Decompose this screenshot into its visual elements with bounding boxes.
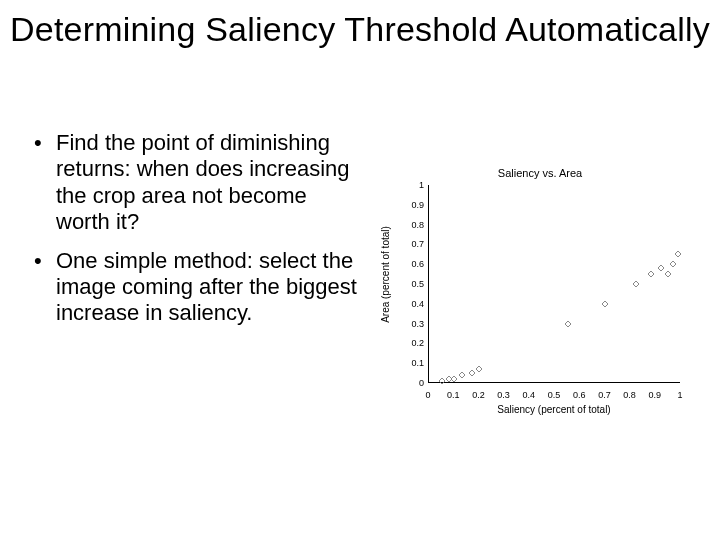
x-tick-label: 0.8 xyxy=(618,390,642,400)
data-point xyxy=(675,251,681,257)
bullet-text: One simple method: select the image comi… xyxy=(56,248,357,326)
y-tick-label: 0.7 xyxy=(398,239,424,249)
data-point xyxy=(648,271,654,277)
y-tick-label: 0.1 xyxy=(398,358,424,368)
data-point xyxy=(565,321,571,327)
x-tick-label: 0.6 xyxy=(567,390,591,400)
chart: Saliency vs. Area Area (percent of total… xyxy=(380,165,700,415)
x-tick-label: 0.9 xyxy=(643,390,667,400)
data-point xyxy=(469,370,475,376)
chart-title: Saliency vs. Area xyxy=(380,167,700,179)
y-tick-label: 0.8 xyxy=(398,220,424,230)
list-item: One simple method: select the image comi… xyxy=(34,248,364,327)
y-tick-label: 0.9 xyxy=(398,200,424,210)
data-point xyxy=(476,366,482,372)
x-tick-label: 0.7 xyxy=(592,390,616,400)
x-tick-label: 0.5 xyxy=(542,390,566,400)
x-tick-label: 0.2 xyxy=(466,390,490,400)
list-item: Find the point of diminishing returns: w… xyxy=(34,130,364,236)
data-point xyxy=(658,265,664,271)
y-tick-label: 0.2 xyxy=(398,338,424,348)
y-tick-label: 0.6 xyxy=(398,259,424,269)
x-tick-label: 1 xyxy=(668,390,692,400)
x-tick-label: 0 xyxy=(416,390,440,400)
x-axis-label: Saliency (percent of total) xyxy=(428,404,680,415)
plot-area xyxy=(428,185,680,383)
x-tick-label: 0.4 xyxy=(517,390,541,400)
y-tick-label: 1 xyxy=(398,180,424,190)
data-point xyxy=(665,271,671,277)
x-tick-label: 0.1 xyxy=(441,390,465,400)
y-tick-label: 0.4 xyxy=(398,299,424,309)
data-point xyxy=(459,372,465,378)
slide-body: Find the point of diminishing returns: w… xyxy=(34,130,364,339)
bullet-list: Find the point of diminishing returns: w… xyxy=(34,130,364,327)
y-axis-label: Area (percent of total) xyxy=(378,165,392,383)
x-tick-label: 0.3 xyxy=(492,390,516,400)
slide-title: Determining Saliency Threshold Automatic… xyxy=(0,10,720,49)
y-tick-label: 0 xyxy=(398,378,424,388)
data-point xyxy=(670,261,676,267)
bullet-text: Find the point of diminishing returns: w… xyxy=(56,130,350,234)
data-point xyxy=(633,281,639,287)
y-axis-label-text: Area (percent of total) xyxy=(380,226,391,323)
data-point xyxy=(439,378,445,384)
y-tick-label: 0.5 xyxy=(398,279,424,289)
data-point xyxy=(602,301,608,307)
data-point xyxy=(451,376,457,382)
y-tick-label: 0.3 xyxy=(398,319,424,329)
slide: Determining Saliency Threshold Automatic… xyxy=(0,0,720,540)
